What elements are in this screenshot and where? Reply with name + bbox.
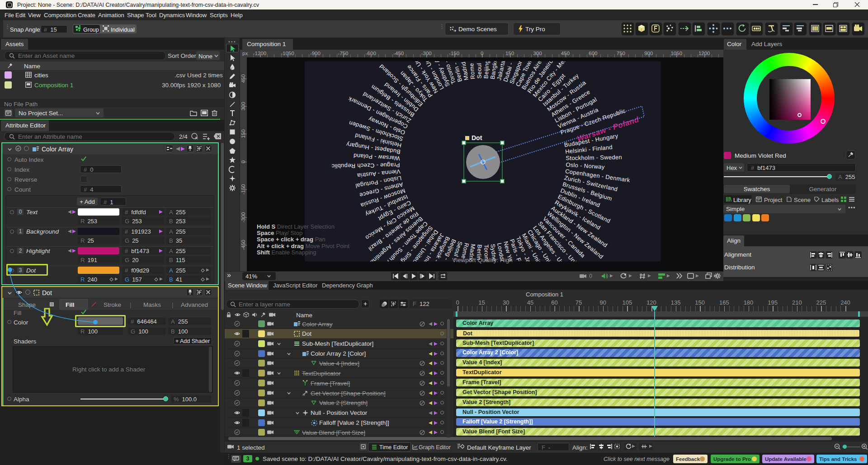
svg-text:Seoul - South Korea: Seoul - South Korea [475, 57, 483, 79]
svg-text:Prague - Czech Republic: Prague - Czech Republic [331, 162, 400, 170]
svg-text:Viewport Quality: High: Viewport Quality: High [452, 257, 512, 263]
svg-text:Dot: Dot [472, 134, 482, 141]
svg-text:Stockholm - Sweden: Stockholm - Sweden [566, 154, 622, 161]
